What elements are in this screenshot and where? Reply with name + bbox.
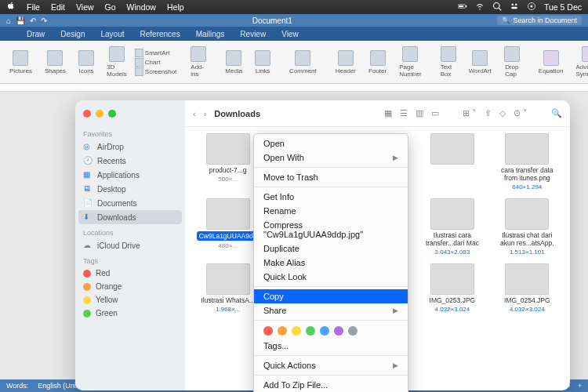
sidebar-item-recents[interactable]: 🕘Recents <box>75 154 185 168</box>
equation-button[interactable]: Equation <box>534 49 568 76</box>
menu-duplicate[interactable]: Duplicate <box>254 241 408 256</box>
file-item[interactable]: Ilustrasi cara transfer...dari Mac 3.043… <box>417 198 487 256</box>
group-button[interactable]: ⊞ ˅ <box>463 108 477 118</box>
menu-edit[interactable]: Edit <box>51 2 65 12</box>
file-item[interactable]: Cw9La1gUUAA9ddp.jpg 480×... <box>193 198 263 256</box>
tag-red[interactable]: Red <box>75 267 185 280</box>
comment-button[interactable]: Comment <box>285 49 321 76</box>
menu-get-info[interactable]: Get Info <box>254 190 408 204</box>
symbol-button[interactable]: Advanced Symbol <box>571 45 588 79</box>
date-time[interactable]: Tue 5 Dec <box>544 2 582 12</box>
tag-orange[interactable]: Orange <box>75 280 185 293</box>
3dmodels-button[interactable]: 3D Models <box>102 45 132 79</box>
words-count[interactable]: Words: <box>6 382 28 390</box>
undo-icon[interactable]: ↶ <box>30 16 36 25</box>
share-button[interactable]: ⇧ <box>485 108 492 118</box>
tag-color[interactable] <box>292 326 301 336</box>
icon-view-button[interactable]: ▦ <box>384 108 392 118</box>
media-button[interactable]: Media <box>220 49 247 76</box>
tab-draw[interactable]: Draw <box>19 27 53 41</box>
pictures-button[interactable]: Pictures <box>5 49 37 76</box>
tab-layout[interactable]: Layout <box>93 27 132 41</box>
textbox-button[interactable]: Text Box <box>436 45 461 79</box>
minimize-button[interactable] <box>96 110 103 118</box>
battery-icon[interactable] <box>458 2 467 13</box>
search-icon[interactable] <box>492 2 502 13</box>
tag-color[interactable] <box>320 326 329 336</box>
menu-move-to-trash[interactable]: Move to Trash <box>254 170 408 184</box>
redo-icon[interactable]: ↷ <box>41 16 47 25</box>
menu-copy[interactable]: Copy <box>254 289 408 303</box>
forward-button[interactable]: › <box>204 109 207 118</box>
sidebar-item-downloads[interactable]: ⬇Downloads <box>78 210 182 224</box>
tab-home[interactable] <box>3 36 19 41</box>
siri-icon[interactable] <box>527 2 536 13</box>
column-view-button[interactable]: ▥ <box>416 108 423 118</box>
home-icon[interactable]: ⌂ <box>6 16 11 25</box>
menu-help[interactable]: Help <box>167 2 184 12</box>
doc-search[interactable]: 🔍 Search in Document <box>497 16 582 25</box>
sidebar-item-icloud-drive[interactable]: ☁iCloud Drive <box>75 238 185 252</box>
tag-button[interactable]: ◇ <box>499 108 506 118</box>
menu-quick-actions[interactable]: Quick Actions▶ <box>254 358 408 372</box>
links-button[interactable]: Links <box>250 49 275 76</box>
menu-add-to-zip-file[interactable]: Add To Zip File... <box>254 378 408 392</box>
menu-view[interactable]: View <box>76 2 94 12</box>
file-item[interactable] <box>417 133 487 191</box>
tab-mailings[interactable]: Mailings <box>188 27 233 41</box>
menu-compress-cw-la-guuaa-ddp-jpg[interactable]: Compress "Cw9La1gUUAA9ddp.jpg" <box>254 218 408 241</box>
file-item[interactable]: IMG_0253.JPG 4.032×3.024 <box>417 263 487 313</box>
smartart-button[interactable]: SmartArt <box>135 49 176 57</box>
file-item[interactable]: cara transfer data from itunes.png 640×1… <box>492 133 562 191</box>
menu-go[interactable]: Go <box>105 2 116 12</box>
menu-share[interactable]: Share▶ <box>254 303 408 318</box>
sidebar-item-airdrop[interactable]: ◎AirDrop <box>75 140 185 154</box>
tab-design[interactable]: Design <box>53 27 93 41</box>
tab-review[interactable]: Review <box>232 27 274 41</box>
action-button[interactable]: ⊙ ˅ <box>514 108 528 118</box>
file-item[interactable]: Ilustrasi WhatsA... 1.968×... <box>193 263 263 313</box>
footer-button[interactable]: Footer <box>364 49 391 76</box>
sidebar-item-documents[interactable]: 📄Documents <box>75 196 185 210</box>
shapes-button[interactable]: Shapes <box>40 49 71 76</box>
apple-icon[interactable] <box>6 2 16 13</box>
control-center-icon[interactable] <box>510 2 519 13</box>
save-icon[interactable]: 💾 <box>16 16 25 25</box>
menu-window[interactable]: Window <box>127 2 156 12</box>
fullscreen-button[interactable] <box>108 110 116 118</box>
menu-open[interactable]: Open <box>254 136 408 151</box>
sidebar-item-applications[interactable]: ▦Applications <box>75 168 185 182</box>
tag-color[interactable] <box>306 326 315 336</box>
tag-color[interactable] <box>278 326 287 336</box>
menu-quick-look[interactable]: Quick Look <box>254 270 408 284</box>
file-item[interactable]: Ilustrasi chat dari akun res...atsApp. 1… <box>492 198 562 256</box>
search-button[interactable]: 🔍 <box>551 108 562 118</box>
addins-button[interactable]: Add-ins <box>186 45 211 79</box>
screenshot-button[interactable]: Screenshot <box>135 67 176 76</box>
gallery-view-button[interactable]: ▭ <box>431 108 439 118</box>
chart-button[interactable]: Chart <box>135 58 176 67</box>
wordart-button[interactable]: WordArt <box>464 49 496 76</box>
pagenumber-button[interactable]: Page Number <box>394 45 426 79</box>
tag-yellow[interactable]: Yellow <box>75 293 185 307</box>
tag-color[interactable] <box>334 326 343 336</box>
zoom-in[interactable]: + <box>578 382 582 390</box>
file-item[interactable]: product-7...g 500×... <box>193 133 263 191</box>
tab-view[interactable]: View <box>274 27 307 41</box>
menu-tags[interactable]: Tags... <box>254 339 408 353</box>
header-button[interactable]: Header <box>331 49 361 76</box>
sidebar-item-desktop[interactable]: 🖥Desktop <box>75 182 185 196</box>
menu-open-with[interactable]: Open With▶ <box>254 151 408 165</box>
menu-make-alias[interactable]: Make Alias <box>254 256 408 270</box>
back-button[interactable]: ‹ <box>193 109 196 118</box>
list-view-button[interactable]: ☰ <box>400 108 408 118</box>
tag-color[interactable] <box>348 326 358 336</box>
tag-green[interactable]: Green <box>75 307 185 320</box>
close-button[interactable] <box>83 110 91 118</box>
file-item[interactable]: IMG_0254.JPG 4.032×3.024 <box>492 263 562 313</box>
tab-references[interactable]: References <box>132 27 188 41</box>
icons-button[interactable]: Icons <box>74 49 99 76</box>
dropcap-button[interactable]: Drop Cap <box>499 45 524 79</box>
tag-color[interactable] <box>263 326 273 336</box>
wifi-icon[interactable] <box>475 2 485 13</box>
